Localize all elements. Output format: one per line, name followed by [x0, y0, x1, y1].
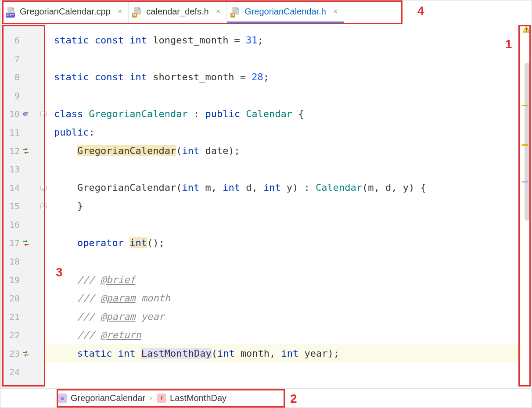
gutter-row[interactable]: 9: [0, 86, 44, 105]
tab-label: GregorianCalendar.cpp: [20, 7, 111, 17]
chevron-right-icon: ›: [150, 394, 152, 403]
code-token: LastMon: [141, 348, 182, 359]
tab-bar: C++GregorianCalendar.cpp×Hcalendar_defs.…: [0, 0, 532, 23]
tab-calendar_defs-h[interactable]: Hcalendar_defs.h×: [129, 0, 227, 23]
code-token: int: [281, 348, 305, 359]
code-line[interactable]: static int LastMonthDay(int month, int y…: [44, 344, 521, 363]
close-icon[interactable]: ×: [216, 7, 221, 16]
code-line[interactable]: [44, 363, 521, 381]
code-line[interactable]: /// @brief: [44, 271, 521, 289]
code-token: class: [54, 108, 89, 119]
tab-gregoriancalendar-h[interactable]: HGregorianCalendar.h×: [227, 0, 344, 23]
code-token: int: [182, 182, 205, 193]
marker-stripe[interactable]: [522, 144, 528, 146]
gutter-row[interactable]: 12: [0, 142, 44, 160]
gutter-icons: [20, 350, 44, 357]
fold-handle-icon[interactable]: [40, 203, 47, 209]
code-token: const: [95, 35, 129, 46]
line-number: 20: [0, 293, 20, 304]
code-token: @param: [101, 293, 135, 304]
scrollbar-thumb[interactable]: [525, 63, 530, 221]
gutter-row[interactable]: 10: [0, 105, 44, 123]
close-icon[interactable]: ×: [118, 7, 122, 16]
code-token: GregorianCalendar: [89, 108, 193, 119]
line-number: 7: [0, 54, 20, 64]
line-number: 23: [0, 348, 20, 359]
warning-icon[interactable]: [522, 25, 531, 34]
marker-stripe[interactable]: [522, 181, 528, 183]
code-line[interactable]: [44, 160, 521, 179]
line-number: 15: [0, 201, 20, 211]
fold-handle-icon[interactable]: [40, 185, 47, 191]
code-line[interactable]: class GregorianCalendar : public Calenda…: [44, 105, 521, 123]
gutter-row[interactable]: 21: [0, 308, 44, 326]
marker-bar[interactable]: [521, 23, 532, 388]
code-line[interactable]: operator int();: [44, 234, 521, 252]
code-line[interactable]: [44, 50, 521, 68]
tab-label: calendar_defs.h: [146, 7, 208, 17]
code-token: int: [223, 182, 246, 193]
gutter-row[interactable]: 23: [0, 344, 44, 363]
code-line[interactable]: GregorianCalendar(int m, int d, int y) :…: [44, 179, 521, 197]
line-number: 10: [0, 109, 20, 119]
breadcrumb-item[interactable]: sGregorianCalendar: [58, 393, 145, 403]
struct-icon: s: [58, 394, 67, 403]
code-line[interactable]: [44, 215, 521, 234]
tab-gregoriancalendar-cpp[interactable]: C++GregorianCalendar.cpp×: [2, 0, 129, 23]
gutter-row[interactable]: 20: [0, 289, 44, 308]
gutter-row[interactable]: 14: [0, 179, 44, 197]
code-line[interactable]: [44, 252, 521, 271]
line-number: 19: [0, 275, 20, 285]
gutter-row[interactable]: 8: [0, 68, 44, 86]
override-icon[interactable]: [22, 111, 29, 117]
code-token: public: [54, 127, 89, 138]
annotation-number: 4: [417, 4, 424, 18]
code-token: static: [77, 348, 118, 359]
code-token: :: [194, 108, 205, 119]
code-line[interactable]: /// @return: [44, 326, 521, 344]
code-token: int: [182, 145, 205, 156]
line-number: 12: [0, 146, 20, 156]
code-line[interactable]: [44, 86, 521, 105]
gutter-row[interactable]: 19: [0, 271, 44, 289]
gutter-row[interactable]: 15: [0, 197, 44, 215]
code-token: date);: [205, 145, 240, 156]
code-line[interactable]: /// @param month: [44, 289, 521, 308]
gutter-row[interactable]: 22: [0, 326, 44, 344]
code-token: @param: [101, 311, 135, 322]
code-line[interactable]: }: [44, 197, 521, 215]
code-token: @brief: [101, 274, 135, 285]
gutter-row[interactable]: 17: [0, 234, 44, 252]
line-number: 9: [0, 90, 20, 101]
code-line[interactable]: /// @param year: [44, 308, 521, 326]
code-line[interactable]: GregorianCalendar(int date);: [44, 142, 521, 160]
code-line[interactable]: static const int shortest_month = 28;: [44, 68, 521, 86]
code-token: year: [135, 311, 164, 322]
gutter-row[interactable]: 6: [0, 31, 44, 50]
gutter[interactable]: 6789101112131415161718192021222324: [0, 23, 44, 388]
code-line[interactable]: static const int longest_month = 31;: [44, 31, 521, 50]
close-icon[interactable]: ×: [333, 7, 338, 16]
code-token: ();: [147, 237, 165, 248]
gutter-row[interactable]: 11: [0, 123, 44, 142]
code-editor[interactable]: static const int longest_month = 31;stat…: [44, 23, 521, 388]
gutter-row[interactable]: 24: [0, 363, 44, 381]
fold-handle-icon[interactable]: [40, 111, 47, 117]
vcs-change-icon[interactable]: [22, 147, 29, 154]
vcs-change-icon[interactable]: [22, 350, 29, 357]
code-token: {: [298, 108, 304, 119]
annotation-number: 1: [505, 37, 512, 51]
gutter-row[interactable]: 7: [0, 50, 44, 68]
gutter-row[interactable]: 18: [0, 252, 44, 271]
gutter-row[interactable]: 13: [0, 160, 44, 179]
gutter-row[interactable]: 16: [0, 215, 44, 234]
vcs-change-icon[interactable]: [22, 240, 29, 247]
breadcrumb-item[interactable]: fLastMonthDay: [157, 393, 226, 403]
code-token: const: [95, 72, 129, 82]
code-line[interactable]: public:: [44, 123, 521, 142]
line-number: 18: [0, 256, 20, 267]
code-token: longest_month =: [153, 35, 246, 46]
marker-stripe[interactable]: [522, 105, 528, 106]
code-token: (: [212, 348, 217, 359]
code-token: month: [135, 293, 170, 304]
